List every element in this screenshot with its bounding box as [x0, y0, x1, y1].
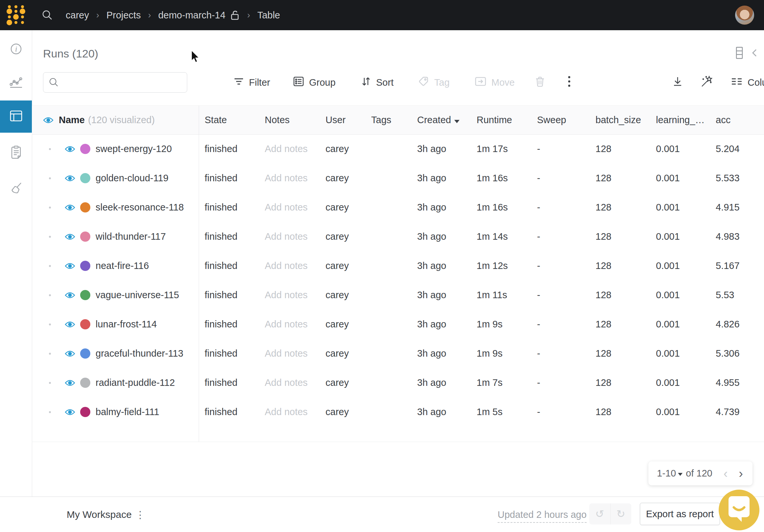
panel-layout-icon[interactable]: [735, 46, 744, 61]
user-avatar[interactable]: [735, 6, 754, 25]
column-header-notes[interactable]: Notes: [259, 114, 319, 125]
cell-notes[interactable]: Add notes: [259, 173, 319, 184]
move-button[interactable]: Move: [474, 72, 515, 93]
group-button[interactable]: Group: [293, 72, 336, 93]
run-name-link[interactable]: sleek-resonance-118: [96, 202, 184, 213]
drag-handle[interactable]: [49, 236, 51, 238]
delete-button[interactable]: [534, 72, 546, 93]
sidebar-item-notes[interactable]: [0, 140, 32, 165]
table-row[interactable]: golden-cloud-119finishedAdd notescarey3h…: [32, 164, 764, 193]
visibility-eye-icon[interactable]: [64, 350, 76, 358]
run-name-link[interactable]: balmy-field-111: [96, 407, 159, 418]
run-name-link[interactable]: wild-thunder-117: [96, 231, 166, 242]
runs-search[interactable]: [43, 72, 187, 92]
cell-notes[interactable]: Add notes: [259, 407, 319, 418]
tag-button[interactable]: Tag: [418, 72, 450, 93]
export-as-report-button[interactable]: Export as report: [640, 503, 720, 525]
sidebar-item-table[interactable]: [0, 100, 32, 133]
column-header-acc[interactable]: acc: [710, 114, 764, 125]
breadcrumb-project-name[interactable]: demo-march-14: [158, 10, 226, 21]
more-actions-button[interactable]: [568, 72, 571, 93]
run-name-link[interactable]: golden-cloud-119: [96, 173, 168, 184]
next-page-button[interactable]: ›: [739, 467, 743, 480]
table-row[interactable]: lunar-frost-114finishedAdd notescarey3h …: [32, 310, 764, 339]
visibility-eye-icon[interactable]: [64, 379, 76, 387]
table-row[interactable]: balmy-field-111finishedAdd notescarey3h …: [32, 397, 764, 427]
table-row[interactable]: vague-universe-115finishedAdd notescarey…: [32, 280, 764, 310]
breadcrumb-user[interactable]: carey: [66, 10, 89, 21]
run-name-link[interactable]: radiant-puddle-112: [96, 377, 175, 388]
table-row[interactable]: sleek-resonance-118finishedAdd notescare…: [32, 193, 764, 222]
run-name-link[interactable]: vague-universe-115: [96, 290, 179, 300]
cell-notes[interactable]: Add notes: [259, 290, 319, 300]
visibility-eye-icon[interactable]: [43, 116, 54, 124]
prev-page-button[interactable]: ‹: [724, 467, 728, 480]
visibility-eye-icon[interactable]: [64, 291, 76, 299]
cell-notes[interactable]: Add notes: [259, 202, 319, 213]
drag-handle[interactable]: [49, 177, 51, 179]
column-header-created[interactable]: Created: [411, 114, 471, 125]
redo-button[interactable]: ↻: [611, 503, 632, 524]
cell-batch-size: 128: [590, 319, 650, 330]
sidebar-item-charts[interactable]: [0, 71, 32, 95]
sidebar-item-overview[interactable]: i: [0, 38, 32, 62]
columns-button[interactable]: Columns: [730, 72, 764, 93]
sidebar-item-sweeps[interactable]: [0, 177, 32, 201]
visibility-eye-icon[interactable]: [64, 145, 76, 153]
drag-handle[interactable]: [49, 207, 51, 209]
global-search-icon[interactable]: [41, 9, 53, 21]
cell-notes[interactable]: Add notes: [259, 377, 319, 388]
column-header-runtime[interactable]: Runtime: [471, 114, 531, 125]
chat-support-button[interactable]: [719, 490, 759, 530]
table-row[interactable]: graceful-thunder-113finishedAdd notescar…: [32, 339, 764, 368]
run-name-link[interactable]: graceful-thunder-113: [96, 348, 183, 359]
visibility-eye-icon[interactable]: [64, 204, 76, 212]
column-header-state[interactable]: State: [199, 114, 259, 125]
drag-handle[interactable]: [49, 353, 51, 355]
column-header-batch-size[interactable]: batch_size: [590, 114, 650, 125]
table-row[interactable]: swept-energy-120finishedAdd notescarey3h…: [32, 134, 764, 164]
breadcrumb-page[interactable]: Table: [257, 10, 280, 21]
page-range-selector[interactable]: 1-10: [657, 468, 682, 479]
drag-handle[interactable]: [49, 265, 51, 267]
workspace-menu-button[interactable]: ⋮: [135, 497, 145, 532]
undo-button[interactable]: ↺: [589, 503, 611, 524]
cell-notes[interactable]: Add notes: [259, 319, 319, 330]
cell-acc: 5.53: [710, 290, 764, 300]
drag-handle[interactable]: [49, 411, 51, 413]
breadcrumb-separator: ›: [247, 10, 250, 20]
drag-handle[interactable]: [49, 323, 51, 325]
visibility-eye-icon[interactable]: [64, 408, 76, 416]
column-header-learning-rate[interactable]: learning_…: [650, 114, 710, 125]
drag-handle[interactable]: [49, 382, 51, 384]
column-header-sweep[interactable]: Sweep: [531, 114, 590, 125]
visibility-eye-icon[interactable]: [64, 174, 76, 182]
run-name-link[interactable]: swept-energy-120: [96, 143, 172, 154]
collapse-panel-icon[interactable]: [751, 47, 758, 60]
column-header-tags[interactable]: Tags: [365, 114, 411, 125]
visibility-eye-icon[interactable]: [64, 262, 76, 270]
table-row[interactable]: radiant-puddle-112finishedAdd notescarey…: [32, 368, 764, 397]
column-header-name[interactable]: Name (120 visualized): [32, 114, 199, 125]
drag-handle[interactable]: [49, 294, 51, 296]
drag-handle[interactable]: [49, 148, 51, 150]
download-button[interactable]: [671, 72, 684, 93]
cell-notes[interactable]: Add notes: [259, 143, 319, 154]
sort-button[interactable]: Sort: [360, 72, 394, 93]
cell-notes[interactable]: Add notes: [259, 231, 319, 242]
cell-notes[interactable]: Add notes: [259, 261, 319, 271]
run-name-link[interactable]: lunar-frost-114: [96, 319, 157, 330]
table-row[interactable]: neat-fire-116finishedAdd notescarey3h ag…: [32, 251, 764, 280]
wandb-logo-icon[interactable]: [6, 5, 26, 25]
cell-notes[interactable]: Add notes: [259, 348, 319, 359]
table-row[interactable]: wild-thunder-117finishedAdd notescarey3h…: [32, 222, 764, 251]
run-name-link[interactable]: neat-fire-116: [96, 261, 149, 271]
column-header-user[interactable]: User: [319, 114, 365, 125]
runs-search-input[interactable]: [64, 77, 184, 88]
magic-wand-button[interactable]: [700, 72, 714, 93]
breadcrumb-projects[interactable]: Projects: [106, 10, 141, 21]
visibility-eye-icon[interactable]: [64, 233, 76, 241]
visibility-eye-icon[interactable]: [64, 320, 76, 328]
filter-button[interactable]: Filter: [233, 72, 270, 93]
column-divider[interactable]: [199, 105, 199, 442]
